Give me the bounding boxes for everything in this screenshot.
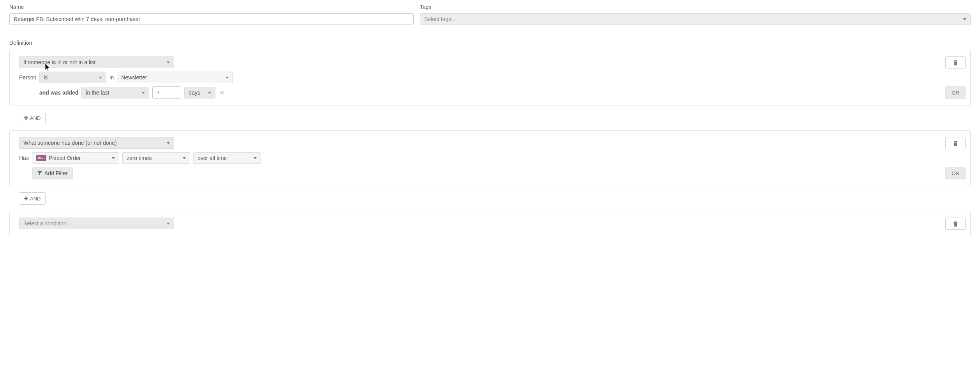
name-input[interactable] [9,13,414,25]
trash-icon [953,221,958,227]
trash-icon [953,60,958,65]
freq-select[interactable]: zero times [122,152,190,164]
plus-icon: ✚ [24,115,28,121]
list-select[interactable]: Newsletter [117,72,233,83]
definition-label: Definition [9,40,971,46]
and-button[interactable]: ✚ AND [19,192,46,205]
or-button[interactable]: OR [945,86,966,99]
condition-block: Select a condition... [9,211,971,236]
delete-button[interactable] [945,56,966,69]
add-filter-button[interactable]: Add Filter [32,167,73,179]
tags-select[interactable]: Select tags... [420,13,971,25]
condition-type-placeholder: Select a condition... [23,220,71,227]
time-select[interactable]: over all time [193,152,261,164]
condition-block: If someone is in or not in a list Person… [9,50,971,105]
filter-icon [37,171,42,176]
connector: ✚ AND [24,186,971,211]
close-icon [220,91,224,95]
woo-icon: Woo [36,155,46,161]
condition-type-select[interactable]: What someone has done (or not done) [19,137,174,149]
name-label: Name [9,4,414,10]
connector: ✚ AND [24,105,971,130]
condition-type-value: What someone has done (or not done) [23,140,117,146]
range-select[interactable]: in the last [81,87,149,98]
tags-placeholder: Select tags... [424,16,456,22]
condition-block: What someone has done (or not done) Has … [9,130,971,186]
added-label: and was added [39,90,78,96]
clear-button[interactable] [219,89,226,96]
tags-label: Tags [420,4,971,10]
condition-type-select[interactable]: Select a condition... [19,218,174,229]
and-button[interactable]: ✚ AND [19,112,46,124]
event-select[interactable]: Woo Placed Order [32,152,119,164]
in-label: in [109,74,114,81]
or-button[interactable]: OR [945,167,966,179]
unit-select[interactable]: days [184,87,215,98]
condition-type-value: If someone is in or not in a list [23,59,95,65]
person-op-select[interactable]: is [39,72,106,83]
plus-icon: ✚ [24,196,28,201]
delete-button[interactable] [945,137,966,149]
quantity-input[interactable] [152,86,181,99]
trash-icon [953,141,958,146]
has-label: Has [19,155,29,161]
person-label: Person [19,74,36,81]
condition-type-select[interactable]: If someone is in or not in a list [19,56,174,68]
delete-button[interactable] [945,218,966,230]
